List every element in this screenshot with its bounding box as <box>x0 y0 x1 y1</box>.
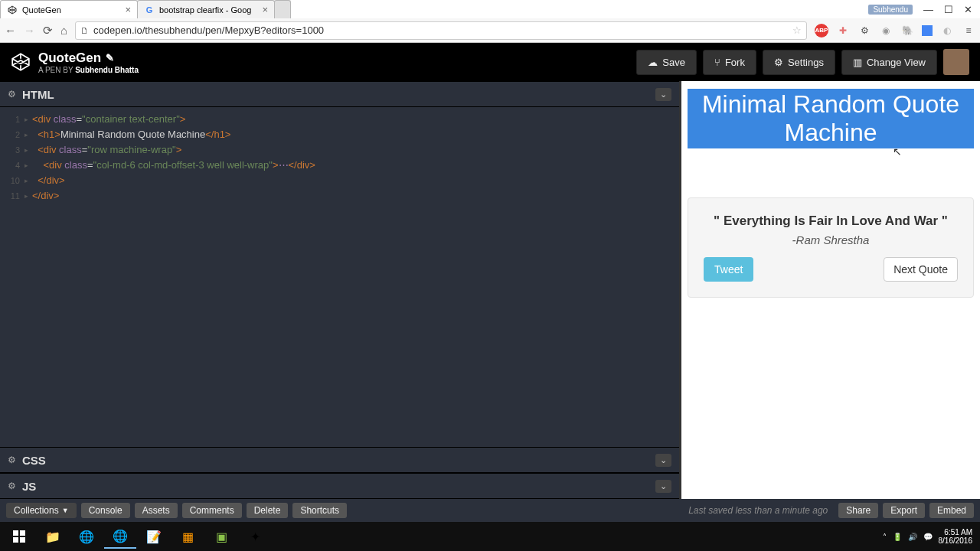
back-icon[interactable]: ← <box>5 24 16 37</box>
collections-button[interactable]: Collections▼ <box>6 503 77 518</box>
new-tab-button[interactable] <box>274 0 291 18</box>
embed-button[interactable]: Embed <box>929 503 974 518</box>
code-line[interactable]: 2▸ <h1>Minimal Random Quote Machine</h1> <box>6 127 673 142</box>
fork-button[interactable]: ⑂Fork <box>703 50 756 75</box>
browser-tabs: QuoteGen × G bootstrap clearfix - Goog × <box>0 0 290 18</box>
minimize-icon[interactable]: — <box>923 4 933 15</box>
comments-button[interactable]: Comments <box>182 503 242 518</box>
reload-icon[interactable]: ⟳ <box>43 24 53 37</box>
close-icon[interactable]: × <box>125 4 131 15</box>
maximize-icon[interactable]: ☐ <box>944 4 953 15</box>
line-number: 3 <box>6 142 24 158</box>
shortcuts-button[interactable]: Shortcuts <box>292 503 347 518</box>
app-icon[interactable]: 📝 <box>138 524 170 549</box>
clock[interactable]: 6:51 AM 8/16/2016 <box>939 528 978 545</box>
avatar[interactable] <box>943 49 969 75</box>
code-line[interactable]: 4▸ <div class="col-md-6 col-md-offset-3 … <box>6 158 673 173</box>
tray-chevron-icon[interactable]: ˄ <box>883 533 887 541</box>
cloud-icon: ☁ <box>648 57 658 68</box>
fold-icon[interactable]: ▸ <box>24 173 32 188</box>
extension-icon[interactable]: ◐ <box>940 24 954 37</box>
sublime-icon[interactable]: ▦ <box>172 524 204 549</box>
code-line[interactable]: 1▸<div class="container text-center"> <box>6 112 673 127</box>
chevron-down-icon[interactable]: ⌄ <box>655 480 671 493</box>
star-icon[interactable]: ☆ <box>792 24 802 36</box>
change-view-button[interactable]: ▥Change View <box>841 50 937 75</box>
html-code-editor[interactable]: 1▸<div class="container text-center">2▸ … <box>0 107 679 447</box>
home-icon[interactable]: ⌂ <box>60 24 67 37</box>
extension-icon[interactable]: ◉ <box>879 24 893 37</box>
browser-tab[interactable]: G bootstrap clearfix - Goog × <box>137 0 275 18</box>
line-number: 1 <box>6 112 24 127</box>
chrome-icon[interactable]: 🌐 <box>70 524 103 549</box>
save-button[interactable]: ☁Save <box>636 50 697 75</box>
css-panel-header[interactable]: ⚙ CSS ⌄ <box>0 447 679 473</box>
address-bar[interactable]: 🗋 codepen.io/thesubhendu/pen/MepxyB?edit… <box>75 21 807 40</box>
quote-author: -Ram Shrestha <box>704 233 958 246</box>
browser-tab-active[interactable]: QuoteGen × <box>0 0 138 18</box>
svg-rect-1 <box>20 530 25 536</box>
layout-icon: ▥ <box>853 57 862 68</box>
battery-icon[interactable]: 🔋 <box>893 533 902 541</box>
pen-title[interactable]: QuoteGen ✎ <box>38 51 139 66</box>
share-button[interactable]: Share <box>838 503 878 518</box>
close-window-icon[interactable]: ✕ <box>964 4 972 15</box>
edit-icon[interactable]: ✎ <box>106 52 114 64</box>
chrome-icon[interactable]: 🌐 <box>104 524 136 549</box>
fold-icon[interactable]: ▸ <box>24 142 32 158</box>
chevron-down-icon[interactable]: ⌄ <box>655 454 671 467</box>
menu-icon[interactable]: ≡ <box>962 24 975 37</box>
svg-rect-3 <box>20 537 25 543</box>
svg-rect-0 <box>13 530 18 536</box>
code-text: </div> <box>32 188 59 204</box>
save-status: Last saved less than a minute ago <box>688 505 828 516</box>
pen-title-text: QuoteGen <box>38 51 101 66</box>
gear-icon[interactable]: ⚙ <box>8 455 16 465</box>
console-button[interactable]: Console <box>81 503 130 518</box>
codepen-logo-icon[interactable] <box>11 52 31 72</box>
chevron-down-icon[interactable]: ⌄ <box>655 88 671 101</box>
code-line[interactable]: 11▸</div> <box>6 188 673 204</box>
panel-name: CSS <box>22 454 46 467</box>
fold-icon[interactable]: ▸ <box>24 188 32 204</box>
html-panel-header[interactable]: ⚙ HTML ⌄ <box>0 81 679 107</box>
app-icon[interactable]: ▣ <box>205 524 237 549</box>
chrome-user-chip[interactable]: Subhendu <box>868 5 913 15</box>
url-text: codepen.io/thesubhendu/pen/MepxyB?editor… <box>93 24 324 36</box>
settings-button[interactable]: ⚙Settings <box>763 50 835 75</box>
code-line[interactable]: 10▸ </div> <box>6 173 673 188</box>
quote-text: " Everything Is Fair In Love And War " <box>704 214 958 229</box>
js-panel-header[interactable]: ⚙ JS ⌄ <box>0 473 679 499</box>
tweet-button[interactable]: Tweet <box>704 257 753 282</box>
close-icon[interactable]: × <box>262 4 268 15</box>
start-button[interactable] <box>3 524 35 549</box>
extension-icon[interactable] <box>922 25 933 36</box>
assets-button[interactable]: Assets <box>135 503 178 518</box>
extension-icon[interactable]: ✚ <box>836 24 850 37</box>
gear-icon[interactable]: ⚙ <box>8 481 16 491</box>
code-text: </div> <box>32 173 65 188</box>
tab-title: bootstrap clearfix - Goog <box>159 5 251 15</box>
adblock-icon[interactable]: ABP <box>815 24 828 37</box>
app-icon[interactable]: ✦ <box>239 524 271 549</box>
evernote-icon[interactable]: 🐘 <box>900 24 914 37</box>
forward-icon[interactable]: → <box>24 24 35 37</box>
extension-icons: ABP ✚ ⚙ ◉ 🐘 ◐ ≡ <box>815 24 975 37</box>
code-line[interactable]: 3▸ <div class="row machine-wrap"> <box>6 142 673 158</box>
gear-icon[interactable]: ⚙ <box>8 89 16 99</box>
tab-title: QuoteGen <box>22 5 61 15</box>
export-button[interactable]: Export <box>883 503 925 518</box>
svg-rect-2 <box>13 537 18 543</box>
fold-icon[interactable]: ▸ <box>24 127 32 142</box>
code-text: <h1>Minimal Random Quote Machine</h1> <box>32 127 230 142</box>
delete-button[interactable]: Delete <box>247 503 289 518</box>
volume-icon[interactable]: 🔊 <box>908 533 917 541</box>
author-name[interactable]: Subhendu Bhatta <box>75 66 139 74</box>
fold-icon[interactable]: ▸ <box>24 112 32 127</box>
file-explorer-icon[interactable]: 📁 <box>37 524 69 549</box>
chevron-down-icon: ▼ <box>62 507 69 514</box>
gear-icon[interactable]: ⚙ <box>858 24 871 37</box>
fold-icon[interactable]: ▸ <box>24 158 32 173</box>
next-quote-button[interactable]: Next Quote <box>884 257 958 282</box>
codepen-header: QuoteGen ✎ A PEN BY Subhendu Bhatta ☁Sav… <box>0 43 980 81</box>
